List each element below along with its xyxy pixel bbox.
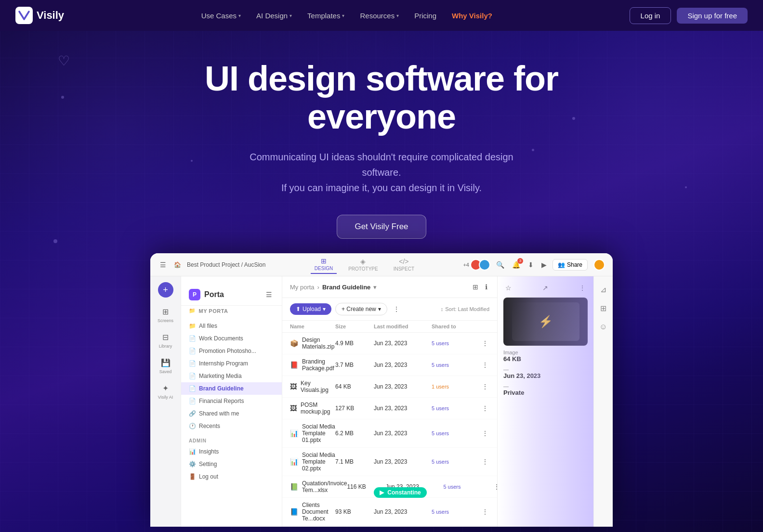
- sidebar-item-all-files[interactable]: 📁 All files: [181, 320, 282, 332]
- inspect-icon: </>: [399, 258, 408, 265]
- sidebar-item-logout[interactable]: 🚪 Log out: [181, 470, 282, 483]
- sidebar-item-insights[interactable]: 📊 Insights: [181, 445, 282, 458]
- more-icon[interactable]: ⋮: [577, 282, 588, 294]
- table-row[interactable]: 📕 Branding Package.pdf 3.7 MB Jun 23, 20…: [282, 354, 497, 376]
- table-row[interactable]: 🖼 POSM mockup.jpg 127 KB Jun 23, 2023 5 …: [282, 398, 497, 419]
- sort-button[interactable]: ↕ Sort: Last Modified: [441, 306, 489, 312]
- row-menu-icon[interactable]: ⋮: [480, 359, 489, 371]
- download-icon[interactable]: ⬇: [526, 259, 536, 271]
- my-porta-section: 📁 MY PORTA: [181, 306, 282, 320]
- nav-ai-design[interactable]: AI Design ▾: [250, 8, 299, 24]
- sidebar-item-work-docs[interactable]: 📄 Work Documents: [181, 332, 282, 345]
- tab-prototype[interactable]: ◈ PROTOTYPE: [344, 256, 382, 273]
- porta-logo-icon: P: [189, 289, 200, 300]
- hero-section: ♡ UI design software for everyone Commun…: [0, 0, 763, 532]
- file-name: 📘 Clients Document Te...docx: [290, 502, 335, 522]
- nav-pricing[interactable]: Pricing: [408, 8, 443, 24]
- row-menu-icon[interactable]: ⋮: [480, 428, 489, 439]
- adjust-icon[interactable]: ⊿: [597, 282, 609, 297]
- sidebar-item-brand-guideline[interactable]: 📄 Brand Guideline: [181, 382, 282, 395]
- app-body: + ⊞ Screens ⊟ Library 💾 Saved ✦: [150, 276, 613, 527]
- star-icon[interactable]: ☆: [503, 282, 513, 294]
- notification-icon[interactable]: 🔔3: [510, 259, 522, 271]
- add-screen-button[interactable]: +: [158, 282, 173, 298]
- file-name: 📕 Branding Package.pdf: [290, 358, 335, 372]
- sidebar-item-financial[interactable]: 📄 Financial Reports: [181, 395, 282, 407]
- avatar-stack: [473, 259, 490, 271]
- cta-button[interactable]: Get Visily Free: [337, 215, 426, 239]
- sidebar-item-recents[interactable]: 🕐 Recents: [181, 420, 282, 432]
- table-row[interactable]: 📦 Design Materials.zip 4.9 MB Jun 23, 20…: [282, 333, 497, 354]
- docx-icon: 📘: [290, 508, 298, 516]
- sidebar-visily-ai[interactable]: ✦ Visily AI: [153, 380, 178, 403]
- toolbar-center: ⊞ DESIGN ◈ PROTOTYPE </> INSPECT: [311, 255, 418, 274]
- folder-icon: 📁: [189, 323, 196, 329]
- hero-title: UI design software for everyone: [126, 60, 637, 136]
- row-menu-icon[interactable]: ⋮: [491, 481, 497, 493]
- user-avatar[interactable]: [593, 259, 605, 271]
- tab-design[interactable]: ⊞ DESIGN: [311, 255, 337, 274]
- content-header: My porta › Brand Guideline ▾ ⊞ ℹ: [282, 276, 497, 298]
- sidebar-item-setting[interactable]: ⚙️ Setting: [181, 458, 282, 470]
- upload-button[interactable]: ⬆ Upload ▾: [290, 303, 331, 315]
- doc-icon: 📄: [189, 348, 196, 354]
- file-name: 📦 Design Materials.zip: [290, 337, 335, 350]
- signup-button[interactable]: Sign up for free: [677, 8, 748, 24]
- file-name: 🖼 Key Visuals.jpg: [290, 380, 335, 393]
- chevron-right-icon: ›: [317, 284, 319, 291]
- table-row[interactable]: 📊 Social Media Template 02.pptx 7.1 MB J…: [282, 448, 497, 476]
- nav-why-visily[interactable]: Why Visily?: [445, 8, 499, 24]
- row-menu-icon[interactable]: ⋮: [480, 456, 489, 467]
- info-icon[interactable]: ℹ: [483, 281, 489, 293]
- tab-inspect[interactable]: </> INSPECT: [390, 256, 418, 273]
- menu-icon[interactable]: ☰: [158, 259, 168, 271]
- sidebar-item-marketing[interactable]: 📄 Marketing Media: [181, 370, 282, 382]
- row-menu-icon[interactable]: ⋮: [480, 506, 489, 518]
- file-name: 📊 Social Media Template 01.pptx: [290, 423, 335, 443]
- nav-links: Use Cases ▾ AI Design ▾ Templates ▾ Reso…: [195, 8, 499, 24]
- emoji-icon[interactable]: ☺: [596, 320, 610, 334]
- dot: [53, 239, 57, 243]
- sidebar-item-internship[interactable]: 📄 Internship Program: [181, 357, 282, 370]
- table-row[interactable]: 🖼 Key Visuals.jpg 64 KB Jun 23, 2023 1 u…: [282, 376, 497, 398]
- play-icon[interactable]: ▶: [539, 259, 549, 271]
- doc-icon: 📄: [189, 360, 196, 367]
- row-menu-icon[interactable]: ⋮: [480, 402, 489, 414]
- doc-icon: 📄: [189, 373, 196, 379]
- doc-icon: 📄: [189, 335, 196, 342]
- nav-templates[interactable]: Templates ▾: [301, 8, 351, 24]
- table-row[interactable]: 📊 Social Media Template 01.pptx 6.2 MB J…: [282, 419, 497, 448]
- image-size: 64 KB: [503, 355, 588, 363]
- create-new-button[interactable]: + Create new ▾: [335, 303, 387, 315]
- layers-icon[interactable]: ⊞: [597, 301, 609, 316]
- share-button[interactable]: 👥 Share: [553, 259, 588, 271]
- toolbar-right: +4 🔍 🔔3 ⬇ ▶ 👥 Share: [463, 259, 605, 271]
- zip-icon: 📦: [290, 339, 298, 347]
- date-value: Jun 23, 2023: [503, 372, 588, 379]
- jpg-icon: 🖼: [290, 383, 297, 390]
- chevron-down-icon: ▾: [396, 13, 399, 18]
- chevron-down-icon: ▾: [323, 306, 326, 312]
- table-row[interactable]: 📘 Clients Document Te...docx 93 KB Jun 2…: [282, 498, 497, 526]
- sidebar-saved[interactable]: 💾 Saved: [153, 354, 178, 378]
- sidebar-screens[interactable]: ⊞ Screens: [153, 303, 178, 327]
- sidebar-item-shared[interactable]: 🔗 Shared with me: [181, 407, 282, 420]
- brand-logo[interactable]: Visily: [15, 7, 64, 24]
- grid-view-icon[interactable]: ⊞: [471, 281, 480, 293]
- more-options-icon[interactable]: ⋮: [391, 303, 402, 315]
- search-icon[interactable]: 🔍: [494, 259, 506, 271]
- row-menu-icon[interactable]: ⋮: [480, 337, 489, 349]
- prototype-icon: ◈: [360, 258, 366, 265]
- share-icon[interactable]: ↗: [540, 282, 550, 294]
- chevron-down-icon: ▾: [373, 284, 377, 291]
- row-menu-icon[interactable]: ⋮: [480, 381, 489, 392]
- sidebar-item-promotion[interactable]: 📄 Promotion Photosho...: [181, 345, 282, 357]
- sidebar-library[interactable]: ⊟ Library: [153, 329, 178, 352]
- share-icon: 👥: [558, 261, 565, 268]
- pptx-icon: 📊: [290, 458, 298, 466]
- nav-resources[interactable]: Resources ▾: [353, 8, 406, 24]
- hamburger-icon[interactable]: ☰: [264, 289, 274, 300]
- nav-use-cases[interactable]: Use Cases ▾: [195, 8, 248, 24]
- login-button[interactable]: Log in: [630, 7, 671, 24]
- admin-section-label: ADMIN: [181, 432, 282, 445]
